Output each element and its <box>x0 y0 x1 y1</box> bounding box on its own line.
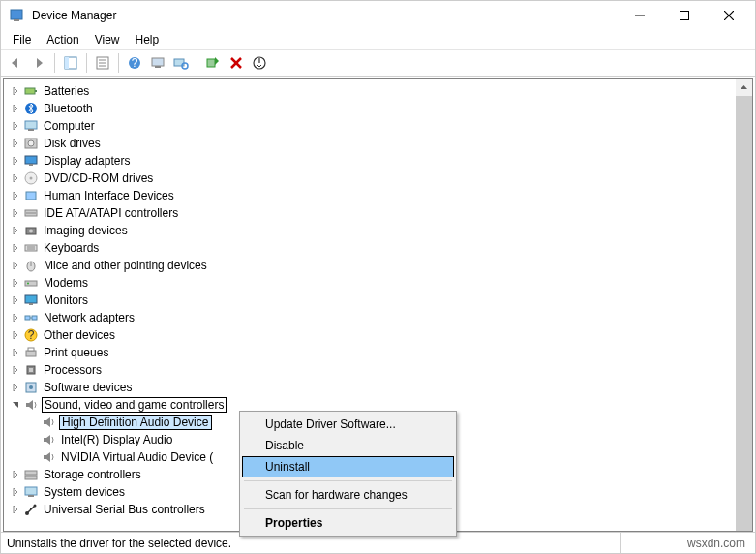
toolbar-separator <box>197 53 197 73</box>
disable-button[interactable] <box>249 52 270 74</box>
keyboard-icon <box>23 240 39 256</box>
tree-item[interactable]: Bluetooth <box>8 100 736 117</box>
svg-rect-7 <box>65 57 69 69</box>
menu-action[interactable]: Action <box>39 31 86 48</box>
chevron-right-icon[interactable] <box>8 345 23 360</box>
vertical-scrollbar[interactable] <box>736 79 752 531</box>
update-driver-button[interactable] <box>170 52 192 74</box>
tree-item[interactable]: Display adapters <box>8 152 736 169</box>
svg-rect-65 <box>30 508 32 509</box>
tree-item-label: Processors <box>42 363 104 377</box>
chevron-down-icon[interactable] <box>8 397 23 413</box>
tree-item-label: Mice and other pointing devices <box>42 259 209 272</box>
tree-item-label: Print queues <box>42 346 110 359</box>
speaker-icon <box>41 449 56 465</box>
camera-icon <box>23 223 39 238</box>
scroll-up-icon[interactable] <box>736 79 752 96</box>
svg-rect-0 <box>11 10 22 19</box>
close-button[interactable] <box>707 1 751 30</box>
tree-item[interactable]: DVD/CD-ROM drives <box>8 169 736 187</box>
svg-rect-55 <box>29 368 33 372</box>
chevron-right-icon[interactable] <box>8 136 23 151</box>
chevron-right-icon[interactable] <box>8 118 23 134</box>
context-menu-item[interactable]: Scan for hardware changes <box>242 484 454 506</box>
chevron-right-icon[interactable] <box>8 362 23 378</box>
svg-rect-15 <box>155 66 161 68</box>
chevron-right-icon[interactable] <box>8 205 23 221</box>
tree-item[interactable]: Modems <box>8 274 736 292</box>
chevron-right-icon[interactable] <box>8 101 23 116</box>
tree-item[interactable]: Print queues <box>8 344 736 361</box>
menubar: File Action View Help <box>1 30 755 49</box>
storage-icon <box>23 467 39 482</box>
menu-separator <box>244 480 452 481</box>
tree-item[interactable]: Keyboards <box>8 239 736 257</box>
display-icon <box>23 153 39 169</box>
chevron-right-icon[interactable] <box>8 240 23 256</box>
tree-item[interactable]: Computer <box>8 117 736 135</box>
tree-item-label: Sound, video and game controllers <box>42 397 227 413</box>
back-button[interactable] <box>5 52 26 74</box>
tree-item[interactable]: Batteries <box>8 82 736 100</box>
chevron-right-icon[interactable] <box>8 83 23 99</box>
tree-item[interactable]: IDE ATA/ATAPI controllers <box>8 204 736 222</box>
context-menu[interactable]: Update Driver Software...DisableUninstal… <box>239 411 457 537</box>
chevron-right-icon[interactable] <box>8 153 23 169</box>
chevron-right-icon[interactable] <box>8 310 23 325</box>
tree-item[interactable]: Processors <box>8 361 736 379</box>
minimize-button[interactable] <box>618 1 662 30</box>
properties-button[interactable] <box>92 52 113 74</box>
chevron-right-icon[interactable] <box>8 292 23 308</box>
context-menu-item[interactable]: Properties <box>242 512 454 534</box>
chevron-right-icon[interactable] <box>8 170 23 186</box>
context-menu-item[interactable]: Update Driver Software... <box>242 414 454 435</box>
svg-point-32 <box>30 177 33 180</box>
svg-point-64 <box>34 505 37 508</box>
tree-item-label: Software devices <box>42 381 134 394</box>
svg-rect-38 <box>25 245 37 251</box>
mouse-icon <box>23 258 39 273</box>
svg-rect-3 <box>680 12 689 20</box>
tree-item[interactable]: Human Interface Devices <box>8 187 736 204</box>
tree-item[interactable]: ? Other devices <box>8 326 736 344</box>
disk-icon <box>23 136 39 151</box>
tree-item[interactable]: Network adapters <box>8 309 736 326</box>
tree-item[interactable]: Software devices <box>8 379 736 396</box>
computer-icon <box>23 118 39 134</box>
enable-button[interactable] <box>202 52 224 74</box>
tree-item-label: Disk drives <box>42 137 103 150</box>
uninstall-button[interactable] <box>226 52 247 74</box>
tree-item[interactable]: Monitors <box>8 292 736 309</box>
menu-view[interactable]: View <box>87 31 128 48</box>
chevron-right-icon[interactable] <box>8 223 23 238</box>
status-text: Uninstalls the driver for the selected d… <box>7 537 231 550</box>
tree-item[interactable]: Disk drives <box>8 135 736 152</box>
chevron-right-icon[interactable] <box>8 327 23 343</box>
chevron-right-icon[interactable] <box>8 380 23 395</box>
context-menu-item[interactable]: Disable <box>242 435 454 456</box>
system-icon <box>23 484 39 500</box>
help-button[interactable]: ? <box>124 52 145 74</box>
tree-item[interactable]: Mice and other pointing devices <box>8 257 736 274</box>
chevron-right-icon[interactable] <box>8 467 23 482</box>
context-menu-item[interactable]: Uninstall <box>242 456 454 477</box>
scrollbar-thumb[interactable] <box>736 96 752 532</box>
chevron-right-icon[interactable] <box>8 502 23 517</box>
tree-item-label: NVIDIA Virtual Audio Device ( <box>59 450 215 464</box>
menu-help[interactable]: Help <box>128 31 167 48</box>
menu-file[interactable]: File <box>5 31 39 48</box>
chevron-right-icon[interactable] <box>8 188 23 203</box>
svg-rect-59 <box>25 476 37 479</box>
forward-button[interactable] <box>28 52 49 74</box>
svg-rect-23 <box>35 90 37 92</box>
scan-hardware-button[interactable] <box>147 52 168 74</box>
chevron-right-icon[interactable] <box>8 484 23 500</box>
show-hide-console-tree-button[interactable] <box>60 52 81 74</box>
svg-rect-47 <box>25 316 30 320</box>
tree-item[interactable]: Imaging devices <box>8 222 736 239</box>
spacer <box>25 449 41 465</box>
chevron-right-icon[interactable] <box>8 275 23 291</box>
maximize-button[interactable] <box>662 1 707 30</box>
tree-item-label: DVD/CD-ROM drives <box>42 171 155 185</box>
chevron-right-icon[interactable] <box>8 258 23 273</box>
